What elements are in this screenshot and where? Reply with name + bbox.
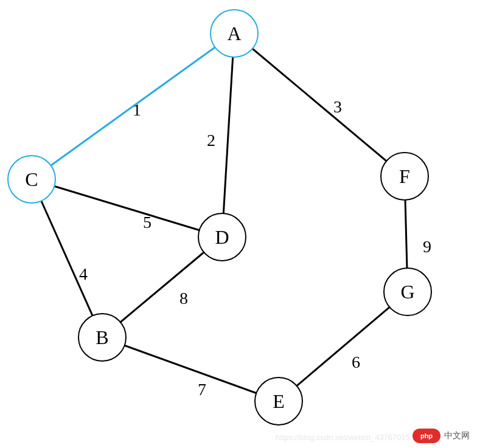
- node-a: A: [210, 9, 259, 58]
- edge-c-b: [32, 179, 102, 337]
- edge-weight-d-b: 8: [179, 289, 188, 308]
- edge-weight-c-d: 5: [143, 213, 151, 232]
- node-label: E: [273, 390, 285, 413]
- faint-url-watermark: https://blog.csdn.net/weixin_43767015: [276, 433, 410, 442]
- node-label: G: [400, 281, 414, 303]
- node-c: C: [7, 155, 56, 204]
- edge-weight-b-e: 7: [198, 380, 206, 399]
- php-logo-icon: php: [413, 429, 440, 443]
- node-e: E: [254, 377, 303, 426]
- edge-a-f: [234, 33, 405, 176]
- edge-weight-g-e: 6: [352, 353, 360, 372]
- node-d: D: [198, 213, 246, 261]
- edge-weight-a-d: 2: [207, 131, 215, 150]
- node-label: C: [25, 168, 38, 191]
- edge-a-d: [222, 33, 234, 237]
- node-g: G: [383, 267, 432, 316]
- node-b: B: [78, 313, 127, 362]
- edge-weight-a-f: 3: [333, 97, 342, 117]
- node-label: D: [215, 226, 229, 249]
- watermark: php 中文网: [413, 429, 470, 443]
- node-f: F: [380, 152, 429, 201]
- watermark-brand-text: 中文网: [444, 430, 470, 441]
- node-label: B: [96, 326, 108, 349]
- node-label: A: [227, 22, 241, 45]
- graph-diagram: 1 2 3 4 5 6 7 8 9 A B C D E F G https://…: [0, 0, 477, 448]
- edge-weight-f-g: 9: [423, 237, 431, 257]
- edge-g-e: [279, 292, 408, 401]
- edge-weight-c-b: 4: [79, 264, 88, 284]
- edge-b-e: [102, 337, 279, 401]
- edge-c-d: [32, 179, 222, 237]
- edge-weight-a-c: 1: [133, 100, 141, 120]
- node-label: F: [399, 165, 410, 188]
